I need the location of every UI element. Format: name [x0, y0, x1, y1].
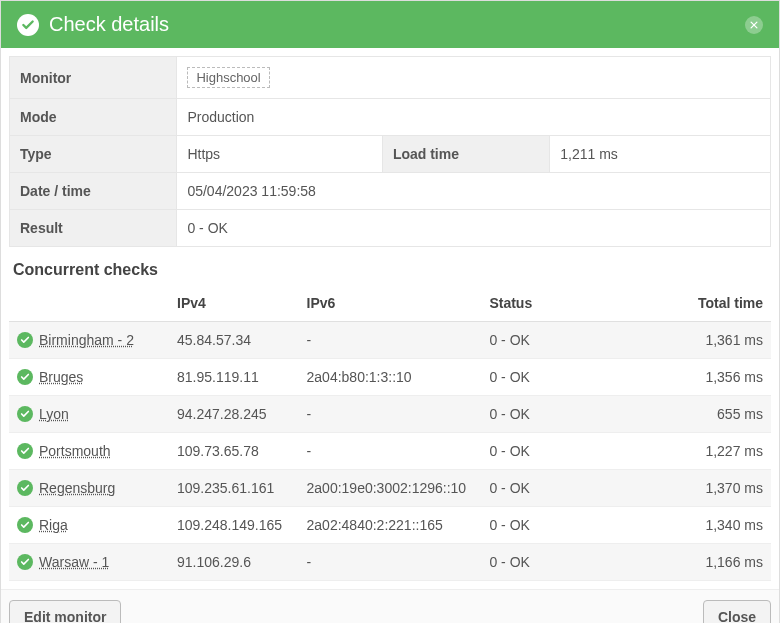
result-value: 0 - OK — [177, 210, 771, 247]
monitor-tag[interactable]: Highschool — [187, 67, 269, 88]
location-cell: Regensburg — [9, 470, 169, 507]
location-link[interactable]: Riga — [39, 517, 68, 533]
modal-body: Monitor Highschool Mode Production Type … — [1, 48, 779, 589]
ipv4-cell: 94.247.28.245 — [169, 396, 299, 433]
ipv4-cell: 91.106.29.6 — [169, 544, 299, 581]
location-link[interactable]: Birmingham - 2 — [39, 332, 134, 348]
table-row: Regensburg109.235.61.1612a00:19e0:3002:1… — [9, 470, 771, 507]
ipv4-cell: 109.235.61.161 — [169, 470, 299, 507]
mode-value: Production — [177, 99, 771, 136]
monitor-label: Monitor — [10, 57, 177, 99]
location-cell: Portsmouth — [9, 433, 169, 470]
status-cell: 0 - OK — [481, 322, 633, 359]
table-row: Riga109.248.149.1652a02:4840:2:221::1650… — [9, 507, 771, 544]
check-details-modal: Check details Monitor Highschool Mode Pr… — [0, 0, 780, 623]
concurrent-checks-title: Concurrent checks — [9, 247, 771, 285]
total-time-cell: 1,361 ms — [634, 322, 771, 359]
ipv6-cell: 2a04:b80:1:3::10 — [299, 359, 482, 396]
check-icon — [17, 443, 33, 459]
total-time-cell: 1,166 ms — [634, 544, 771, 581]
type-value: Https — [177, 136, 382, 173]
close-button[interactable]: Close — [703, 600, 771, 623]
mode-label: Mode — [10, 99, 177, 136]
type-label: Type — [10, 136, 177, 173]
check-icon — [17, 14, 39, 36]
table-row: Portsmouth109.73.65.78-0 - OK1,227 ms — [9, 433, 771, 470]
location-link[interactable]: Warsaw - 1 — [39, 554, 109, 570]
check-icon — [17, 332, 33, 348]
location-link[interactable]: Bruges — [39, 369, 83, 385]
location-cell: Riga — [9, 507, 169, 544]
check-icon — [17, 369, 33, 385]
table-row: Lyon94.247.28.245-0 - OK655 ms — [9, 396, 771, 433]
col-total-time: Total time — [634, 285, 771, 322]
ipv4-cell: 109.248.149.165 — [169, 507, 299, 544]
check-icon — [17, 554, 33, 570]
total-time-cell: 655 ms — [634, 396, 771, 433]
col-location — [9, 285, 169, 322]
details-table: Monitor Highschool Mode Production Type … — [9, 56, 771, 247]
monitor-value: Highschool — [177, 57, 771, 99]
status-cell: 0 - OK — [481, 470, 633, 507]
col-status: Status — [481, 285, 633, 322]
table-row: Warsaw - 191.106.29.6-0 - OK1,166 ms — [9, 544, 771, 581]
location-link[interactable]: Lyon — [39, 406, 69, 422]
check-icon — [17, 480, 33, 496]
check-icon — [17, 406, 33, 422]
status-cell: 0 - OK — [481, 544, 633, 581]
ipv6-cell: 2a00:19e0:3002:1296::10 — [299, 470, 482, 507]
status-cell: 0 - OK — [481, 359, 633, 396]
ipv6-cell: - — [299, 433, 482, 470]
ipv4-cell: 81.95.119.11 — [169, 359, 299, 396]
ipv6-cell: - — [299, 322, 482, 359]
status-cell: 0 - OK — [481, 507, 633, 544]
result-label: Result — [10, 210, 177, 247]
ipv4-cell: 109.73.65.78 — [169, 433, 299, 470]
modal-footer: Edit monitor Close — [1, 589, 779, 623]
ipv4-cell: 45.84.57.34 — [169, 322, 299, 359]
location-cell: Bruges — [9, 359, 169, 396]
ipv6-cell: - — [299, 544, 482, 581]
status-cell: 0 - OK — [481, 433, 633, 470]
loadtime-label: Load time — [382, 136, 549, 173]
ipv6-cell: - — [299, 396, 482, 433]
datetime-value: 05/04/2023 11:59:58 — [177, 173, 771, 210]
total-time-cell: 1,356 ms — [634, 359, 771, 396]
table-row: Bruges81.95.119.112a04:b80:1:3::100 - OK… — [9, 359, 771, 396]
total-time-cell: 1,340 ms — [634, 507, 771, 544]
total-time-cell: 1,370 ms — [634, 470, 771, 507]
col-ipv6: IPv6 — [299, 285, 482, 322]
location-cell: Warsaw - 1 — [9, 544, 169, 581]
location-link[interactable]: Portsmouth — [39, 443, 111, 459]
col-ipv4: IPv4 — [169, 285, 299, 322]
table-row: Birmingham - 245.84.57.34-0 - OK1,361 ms — [9, 322, 771, 359]
header-left: Check details — [17, 13, 169, 36]
location-cell: Birmingham - 2 — [9, 322, 169, 359]
datetime-label: Date / time — [10, 173, 177, 210]
ipv6-cell: 2a02:4840:2:221::165 — [299, 507, 482, 544]
modal-header: Check details — [1, 1, 779, 48]
location-cell: Lyon — [9, 396, 169, 433]
total-time-cell: 1,227 ms — [634, 433, 771, 470]
modal-title: Check details — [49, 13, 169, 36]
edit-monitor-button[interactable]: Edit monitor — [9, 600, 121, 623]
close-icon[interactable] — [745, 16, 763, 34]
status-cell: 0 - OK — [481, 396, 633, 433]
loadtime-value: 1,211 ms — [550, 136, 771, 173]
location-link[interactable]: Regensburg — [39, 480, 115, 496]
check-icon — [17, 517, 33, 533]
concurrent-checks-table: IPv4 IPv6 Status Total time Birmingham -… — [9, 285, 771, 581]
